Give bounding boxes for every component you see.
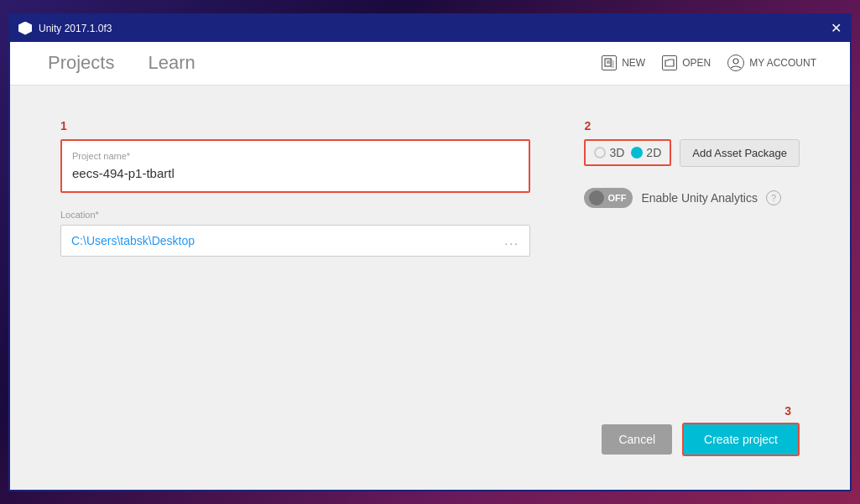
radio-3d-icon <box>594 147 606 158</box>
open-icon <box>662 55 677 70</box>
my-account-button[interactable]: MY ACCOUNT <box>727 55 816 71</box>
analytics-row: OFF Enable Unity Analytics ? <box>584 188 800 208</box>
unity-logo-icon <box>18 22 32 35</box>
radio-2d-icon <box>631 147 643 158</box>
titlebar-left: Unity 2017.1.0f3 <box>18 22 112 35</box>
analytics-label: Enable Unity Analytics <box>641 191 758 205</box>
tab-projects[interactable]: Projects <box>44 42 118 85</box>
project-name-field[interactable]: Project name* <box>60 139 530 193</box>
account-icon <box>727 55 744 71</box>
create-project-button[interactable]: Create project <box>682 423 800 456</box>
account-label: MY ACCOUNT <box>749 57 816 69</box>
svg-point-4 <box>733 59 738 64</box>
location-box: C:\Users\tabsk\Desktop ... <box>60 225 530 257</box>
location-value: C:\Users\tabsk\Desktop <box>71 234 195 247</box>
toggle-off-label: OFF <box>607 193 626 203</box>
svg-marker-3 <box>611 58 614 68</box>
bottom-actions: 3 Cancel Create project <box>602 423 800 456</box>
dimension-radio-group: 3D 2D <box>584 139 671 166</box>
nav-actions: NEW OPEN MY ACCOUNT <box>602 55 816 71</box>
option-2d[interactable]: 2D <box>631 146 661 159</box>
new-button[interactable]: NEW <box>602 55 645 70</box>
open-button[interactable]: OPEN <box>662 55 711 70</box>
step1-label: 1 <box>60 119 530 132</box>
open-label: OPEN <box>682 57 711 69</box>
close-button[interactable]: ✕ <box>831 22 842 35</box>
navbar: Projects Learn NEW OPEN MY ACCOUNT <box>10 42 850 86</box>
help-icon[interactable]: ? <box>766 190 781 205</box>
nav-tabs: Projects Learn <box>44 42 200 85</box>
tab-learn[interactable]: Learn <box>143 42 199 85</box>
window-title: Unity 2017.1.0f3 <box>39 23 112 34</box>
unity-window: Unity 2017.1.0f3 ✕ Projects Learn NEW OP… <box>8 13 852 491</box>
dimension-section: 2 3D 2D Add Asset Package <box>584 119 800 167</box>
option-3d[interactable]: 3D <box>594 146 624 159</box>
step2-label: 2 <box>584 119 800 132</box>
location-browse-button[interactable]: ... <box>504 234 519 247</box>
location-section: Location* C:\Users\tabsk\Desktop ... <box>60 210 530 257</box>
label-2d: 2D <box>646 146 661 159</box>
project-name-input[interactable] <box>72 166 519 180</box>
analytics-toggle[interactable]: OFF <box>584 188 633 208</box>
main-content: 1 Project name* Location* C:\Users\tabsk… <box>10 86 850 490</box>
toggle-knob <box>589 190 604 205</box>
label-3d: 3D <box>609 146 624 159</box>
location-label: Location* <box>60 210 530 220</box>
project-name-label: Project name* <box>72 151 519 161</box>
cancel-button[interactable]: Cancel <box>602 424 672 455</box>
right-section: 2 3D 2D Add Asset Package <box>584 119 800 208</box>
dimension-row: 3D 2D Add Asset Package <box>584 139 800 167</box>
new-icon <box>602 55 617 70</box>
add-asset-button[interactable]: Add Asset Package <box>680 139 800 167</box>
form-section: 1 Project name* Location* C:\Users\tabsk… <box>60 119 530 257</box>
titlebar: Unity 2017.1.0f3 ✕ <box>10 15 850 42</box>
new-label: NEW <box>622 57 645 69</box>
step3-label: 3 <box>784 404 791 418</box>
